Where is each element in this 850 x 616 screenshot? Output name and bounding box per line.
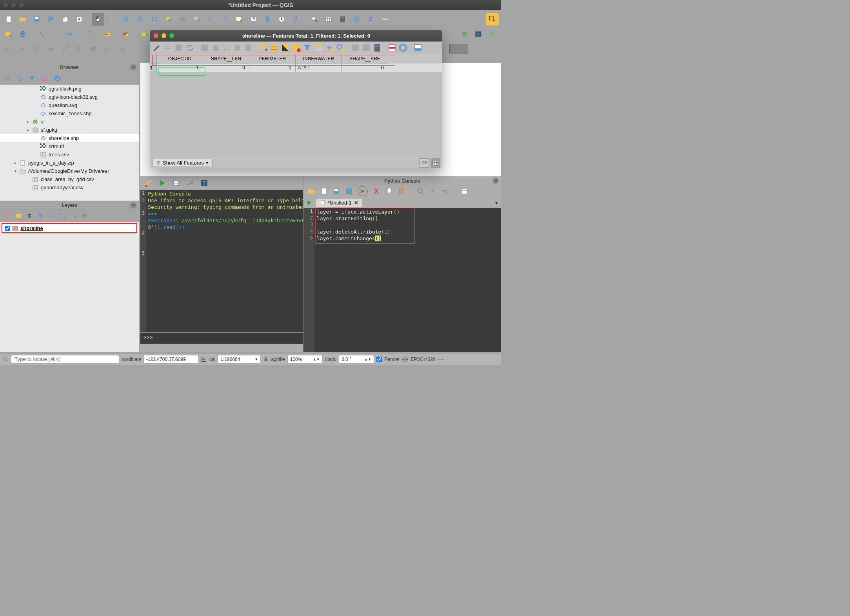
zoom-layer-button[interactable] (176, 13, 189, 25)
messages-icon[interactable]: ⋯ (438, 355, 445, 363)
cut-icon[interactable] (372, 187, 380, 195)
show-all-features-button[interactable]: Show All Features ▼ (152, 159, 212, 167)
save-as-script-icon[interactable] (345, 187, 353, 195)
open-project-button[interactable] (16, 13, 29, 25)
attr-add-feature-icon[interactable] (200, 43, 209, 53)
bookmarks-button[interactable] (261, 13, 274, 25)
expand-icon[interactable]: ▸ (13, 161, 17, 165)
merge-button[interactable] (115, 43, 128, 55)
locator-input[interactable] (11, 355, 119, 364)
grid-button[interactable] (73, 43, 85, 55)
copy-icon[interactable] (385, 187, 393, 195)
attr-delete-feature-icon[interactable] (211, 43, 220, 53)
cell[interactable]: 0 (342, 63, 388, 72)
col-header[interactable]: PERIMETER (249, 54, 296, 63)
properties-browser-icon[interactable]: i (53, 74, 61, 82)
object-inspector-icon[interactable] (460, 187, 468, 195)
table-view-button[interactable] (430, 158, 440, 168)
layer-checkbox[interactable] (5, 226, 10, 231)
data-source-manager-button[interactable] (2, 28, 15, 40)
browser-item[interactable]: trees.csv (0, 150, 139, 159)
advanced-button[interactable] (87, 43, 100, 55)
layer-style-icon[interactable] (4, 212, 11, 219)
attr-del-field-icon[interactable] (361, 43, 371, 53)
layer-filter-icon[interactable] (37, 212, 44, 219)
mesh-dropdown[interactable] (449, 44, 468, 54)
cell[interactable]: 0 (203, 63, 249, 72)
python-console-button[interactable]: ? (472, 28, 485, 40)
attribute-table-window[interactable]: shoreline — Features Total: 1, Filtered:… (150, 30, 442, 168)
zoom-in-button[interactable] (120, 13, 133, 25)
attr-actions-icon[interactable] (398, 43, 408, 53)
layout-manager-button[interactable] (59, 13, 71, 25)
attr-field-calc-icon[interactable] (372, 43, 382, 53)
snap-button[interactable] (31, 43, 43, 55)
run-script-icon[interactable] (359, 187, 367, 195)
style-manager-button[interactable] (73, 13, 85, 25)
expand-icon[interactable]: ▸ (26, 128, 30, 132)
magnifier-field[interactable]: 100%▲▼ (287, 355, 323, 364)
layers-close-icon[interactable]: ✕ (130, 202, 136, 208)
browser-item[interactable]: question.svg (0, 101, 139, 109)
comment-icon[interactable]: # (429, 187, 437, 195)
new-geopackage-button[interactable] (16, 28, 29, 40)
save-as-button[interactable] (45, 13, 57, 25)
new-bookmark-button[interactable] (247, 13, 260, 25)
attr-edit-icon[interactable] (152, 43, 162, 53)
attr-titlebar[interactable]: shoreline — Features Total: 1, Filtered:… (150, 30, 442, 42)
coord-field[interactable]: -122.4700,37.6099 (143, 355, 198, 364)
run-command-icon[interactable] (158, 179, 166, 187)
pan-button[interactable] (92, 13, 104, 25)
statistics-button[interactable]: Σ (365, 13, 377, 25)
help-icon[interactable]: ? (200, 179, 209, 187)
cell[interactable]: 0 (249, 63, 296, 72)
close-dot[interactable] (3, 3, 8, 7)
show-editor-icon[interactable] (172, 179, 180, 187)
layer-expand-icon[interactable] (59, 212, 66, 219)
zoom-selection-button[interactable] (162, 13, 175, 25)
save-edits-button[interactable] (64, 28, 76, 40)
min-dot[interactable] (11, 3, 16, 7)
attr-deselect-icon[interactable] (292, 43, 301, 53)
zoom-native-button[interactable] (191, 13, 203, 25)
add-layer-icon[interactable]: + (3, 74, 11, 82)
new-map-view-button[interactable] (233, 13, 245, 25)
row-index[interactable]: 1 (150, 63, 157, 72)
attr-move-top-icon[interactable] (314, 43, 323, 53)
browser-item[interactable]: ▸sf.gpkg (0, 126, 139, 134)
labels-button[interactable]: abc (101, 28, 114, 40)
open-script-icon[interactable] (307, 187, 315, 195)
save-project-button[interactable] (31, 13, 43, 25)
attr-multi-edit-icon[interactable] (163, 43, 173, 53)
temporal-button[interactable] (275, 13, 288, 25)
layer-visibility-icon[interactable] (26, 212, 33, 219)
browser-item[interactable]: srtm.tif (0, 142, 139, 150)
collapse-browser-icon[interactable] (41, 74, 49, 82)
edit-toggle-button[interactable] (49, 28, 62, 40)
zoom-full-button[interactable] (148, 13, 161, 25)
attr-min-dot[interactable] (162, 33, 166, 38)
python-output[interactable]: 12345 Python Console Use iface to access… (140, 190, 303, 332)
col-header[interactable]: SHAPE__LEN (203, 54, 249, 63)
attr-copy-icon[interactable] (233, 43, 242, 53)
attr-max-dot[interactable] (169, 33, 174, 38)
uncomment-icon[interactable]: #⊘ (441, 187, 449, 195)
select-features-button[interactable] (486, 13, 499, 25)
selection-tool-button[interactable] (16, 43, 29, 55)
browser-item[interactable]: seismic_zones.shp (0, 109, 139, 118)
field-calculator-button[interactable] (336, 13, 349, 25)
undo-button[interactable] (2, 43, 15, 55)
form-view-button[interactable] (420, 158, 429, 168)
processing-toolbox-button[interactable] (351, 13, 363, 25)
plugins-button[interactable] (458, 28, 470, 40)
layer-remove-icon[interactable] (81, 212, 88, 219)
cell[interactable]: NULL (296, 63, 342, 72)
expand-icon[interactable]: ▾ (13, 169, 17, 173)
render-checkbox[interactable] (376, 357, 382, 362)
attr-reload-icon[interactable] (185, 43, 194, 53)
browser-item[interactable]: ▸pyqgis_in_a_day.zip (0, 159, 139, 167)
epsg-label[interactable]: EPSG:4326 (410, 357, 435, 362)
expand-icon[interactable]: ▸ (26, 120, 30, 124)
attr-close-dot[interactable] (154, 33, 158, 38)
browser-item[interactable]: ▸Qsf (0, 118, 139, 126)
